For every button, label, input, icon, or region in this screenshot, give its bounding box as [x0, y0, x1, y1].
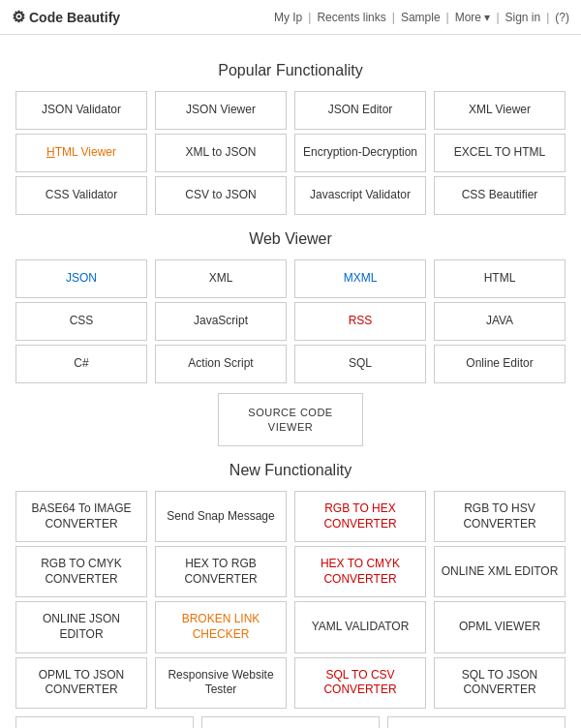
action-script-btn[interactable]: Action Script	[155, 345, 287, 383]
nav-myip[interactable]: My Ip	[274, 11, 302, 24]
html-web-btn[interactable]: HTML	[434, 259, 566, 298]
sql-to-html-btn[interactable]: SQL TO HTML CONVERTER	[387, 716, 566, 728]
logo-text: Code Beautify	[29, 10, 120, 25]
online-xml-editor-btn[interactable]: ONLINE XML EDITOR	[434, 546, 566, 597]
source-code-wrapper: SOURCE CODE VIEWER	[15, 393, 566, 446]
excel-to-html-btn[interactable]: EXCEL TO HTML	[434, 134, 566, 172]
sep3: |	[446, 11, 449, 24]
bottom-grid: SQL TO XML CONVERTER SQL TO YAML CONVERT…	[15, 716, 566, 728]
sep2: |	[392, 11, 395, 24]
sep5: |	[546, 11, 549, 24]
send-snap-message-btn[interactable]: Send Snap Message	[155, 491, 287, 542]
header: ⚙ Code Beautify My Ip | Recents links | …	[0, 0, 581, 35]
new-func-row-4: OPML TO JSON CONVERTER Responsive Websit…	[15, 657, 566, 709]
web-viewer-title: Web Viewer	[15, 230, 566, 248]
xml-to-json-btn[interactable]: XML to JSON	[155, 134, 287, 172]
new-func-row-3: ONLINE JSON EDITOR BROKEN LINK CHECKER Y…	[15, 601, 566, 652]
javascript-validator-btn[interactable]: Javascript Validator	[294, 176, 426, 215]
yaml-validator-btn[interactable]: YAML VALIDATOR	[294, 601, 426, 652]
sql-to-csv-btn[interactable]: SQL TO CSV CONVERTER	[294, 657, 426, 709]
xml-web-btn[interactable]: XML	[155, 259, 287, 298]
hex-to-cmyk-btn[interactable]: HEX TO CMYK CONVERTER	[294, 546, 426, 597]
html-viewer-btn[interactable]: HTML Viewer	[15, 134, 147, 172]
online-editor-btn[interactable]: Online Editor	[434, 345, 566, 383]
nav-recents[interactable]: Recents links	[317, 11, 385, 24]
logo-icon: ⚙	[12, 8, 25, 26]
csharp-web-btn[interactable]: C#	[15, 345, 147, 383]
json-web-btn[interactable]: JSON	[15, 259, 147, 298]
csv-to-json-btn[interactable]: CSV to JSON	[155, 176, 287, 215]
opml-to-json-btn[interactable]: OPML TO JSON CONVERTER	[15, 657, 147, 709]
sep1: |	[308, 11, 311, 24]
nav-more[interactable]: More ▾	[455, 11, 491, 24]
mxml-web-btn[interactable]: MXML	[294, 259, 426, 298]
sql-to-xml-btn[interactable]: SQL TO XML CONVERTER	[15, 716, 194, 728]
java-web-btn[interactable]: JAVA	[434, 302, 566, 341]
encryption-decryption-btn[interactable]: Encryption-Decryption	[294, 134, 426, 172]
popular-title: Popular Functionality	[15, 62, 566, 79]
css-validator-btn[interactable]: CSS Validator	[15, 176, 147, 215]
json-viewer-btn[interactable]: JSON Viewer	[155, 91, 287, 130]
xml-viewer-btn[interactable]: XML Viewer	[434, 91, 566, 130]
css-beautifier-btn[interactable]: CSS Beautifier	[434, 176, 566, 215]
new-func-title: New Functionality	[15, 462, 566, 479]
new-func-row-1: BASE64 To IMAGE CONVERTER Send Snap Mess…	[15, 491, 566, 542]
nav-sample[interactable]: Sample	[401, 11, 441, 24]
broken-link-checker-btn[interactable]: BROKEN LINK CHECKER	[155, 601, 287, 652]
rgb-to-cmyk-btn[interactable]: RGB TO CMYK CONVERTER	[15, 546, 147, 597]
popular-row-2: HTML Viewer XML to JSON Encryption-Decry…	[15, 134, 566, 172]
main-content: Popular Functionality JSON Validator JSO…	[0, 35, 581, 728]
new-func-row-2: RGB TO CMYK CONVERTER HEX TO RGB CONVERT…	[15, 546, 566, 597]
base64-image-converter-btn[interactable]: BASE64 To IMAGE CONVERTER	[15, 491, 147, 542]
sql-to-yaml-btn[interactable]: SQL TO YAML CONVERTER	[201, 716, 380, 728]
source-code-viewer-btn[interactable]: SOURCE CODE VIEWER	[218, 393, 363, 446]
web-viewer-row-2: CSS JavaScript RSS JAVA	[15, 302, 566, 341]
online-json-editor-btn[interactable]: ONLINE JSON EDITOR	[15, 601, 147, 652]
rgb-to-hex-btn[interactable]: RGB TO HEX CONVERTER	[294, 491, 426, 542]
logo: ⚙ Code Beautify	[12, 8, 120, 26]
sep4: |	[496, 11, 499, 24]
popular-row-3: CSS Validator CSV to JSON Javascript Val…	[15, 176, 566, 215]
json-editor-btn[interactable]: JSON Editor	[294, 91, 426, 130]
header-nav: My Ip | Recents links | Sample | More ▾ …	[274, 11, 569, 24]
nav-signin[interactable]: Sign in	[505, 11, 541, 24]
rgb-to-hsv-btn[interactable]: RGB TO HSV CONVERTER	[434, 491, 566, 542]
rss-web-btn[interactable]: RSS	[294, 302, 426, 341]
javascript-web-btn[interactable]: JavaScript	[155, 302, 287, 341]
web-viewer-row-3: C# Action Script SQL Online Editor	[15, 345, 566, 383]
nav-help[interactable]: (?)	[555, 11, 569, 24]
opml-viewer-btn[interactable]: OPML VIEWER	[434, 601, 566, 652]
sql-web-btn[interactable]: SQL	[294, 345, 426, 383]
sql-to-json-btn[interactable]: SQL TO JSON CONVERTER	[434, 657, 566, 709]
json-validator-btn[interactable]: JSON Validator	[15, 91, 147, 130]
hex-to-rgb-btn[interactable]: HEX TO RGB CONVERTER	[155, 546, 287, 597]
web-viewer-row-1: JSON XML MXML HTML	[15, 259, 566, 298]
responsive-tester-btn[interactable]: Responsive Website Tester	[155, 657, 287, 709]
popular-row-1: JSON Validator JSON Viewer JSON Editor X…	[15, 91, 566, 130]
css-web-btn[interactable]: CSS	[15, 302, 147, 341]
